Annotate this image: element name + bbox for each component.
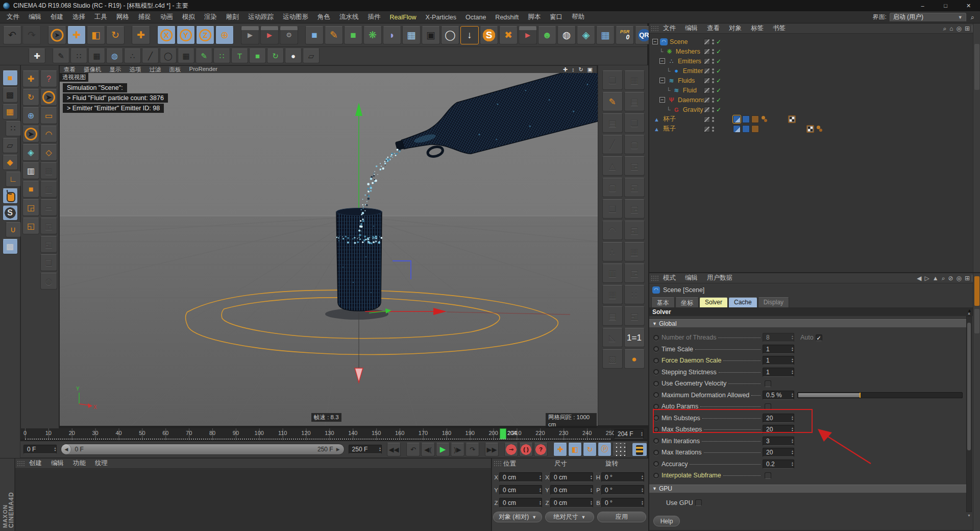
- cone-tool[interactable]: △: [602, 156, 623, 176]
- param-value-field[interactable]: 0.2▴▾: [763, 460, 794, 469]
- spinner-arrows[interactable]: ▴▾: [53, 447, 56, 452]
- spinner-arrows[interactable]: ▴▾: [790, 427, 793, 432]
- light-button[interactable]: ◯: [441, 26, 459, 44]
- group-header[interactable]: ▼GPU: [649, 485, 967, 493]
- menu-item-13[interactable]: 角色: [313, 13, 335, 21]
- go-to-end-button[interactable]: ▶▶: [485, 443, 499, 456]
- object-manager-menu-item-2[interactable]: 查看: [702, 24, 724, 33]
- param-value-field[interactable]: 3▴▾: [763, 437, 794, 446]
- maximize-view-icon[interactable]: ▣: [586, 66, 594, 73]
- wand-tag-icon[interactable]: [742, 125, 750, 133]
- attribute-scrollbar[interactable]: ▲ ▼: [966, 316, 972, 512]
- unfold-tool[interactable]: ◲: [624, 156, 645, 176]
- redo-button[interactable]: ↷: [22, 26, 41, 44]
- viewport-render-button[interactable]: ◈: [22, 144, 39, 161]
- param-row[interactable]: Max Iterations20▴▾: [649, 447, 967, 458]
- floor-sky-button[interactable]: ▦: [402, 26, 421, 44]
- rotate-tool[interactable]: ↻: [106, 26, 125, 44]
- spinner-arrows[interactable]: ▴▾: [589, 475, 592, 480]
- rotate-view-icon[interactable]: ↻: [577, 66, 584, 73]
- spinner-arrows[interactable]: ▴▾: [640, 488, 643, 493]
- side-tab[interactable]: [974, 44, 979, 90]
- menu-item-6[interactable]: 捕捉: [134, 13, 156, 21]
- split-tool[interactable]: ▥: [602, 263, 623, 283]
- layer-icon[interactable]: [704, 107, 710, 113]
- spinner-arrows[interactable]: ▴▾: [790, 462, 793, 467]
- lock-x-axis-button[interactable]: X: [157, 26, 176, 44]
- viewport-menu-item-2[interactable]: 显示: [106, 66, 126, 74]
- tree-row[interactable]: −ΨDaemons✓: [649, 95, 980, 105]
- view-label[interactable]: 透视视图: [60, 73, 88, 82]
- sculpt-brush-button[interactable]: ✎: [53, 49, 69, 63]
- coordinate-system-button[interactable]: ⊕: [215, 26, 234, 44]
- spinner-arrows[interactable]: ▴▾: [640, 431, 643, 437]
- timeline-ruler[interactable]: 0102030405060708090100110120130140150160…: [20, 428, 647, 440]
- deformer-button[interactable]: ◗: [383, 26, 401, 44]
- spinner-arrows[interactable]: ▴▾: [790, 347, 793, 352]
- polygons-mode-button[interactable]: ◆: [3, 155, 18, 170]
- psr-zero-button[interactable]: PSR0: [616, 26, 634, 44]
- param-radio-icon[interactable]: [653, 415, 659, 421]
- material-menu-item-0[interactable]: 创建: [24, 459, 46, 468]
- live-selection-tool[interactable]: ➤: [48, 26, 66, 44]
- frame-field[interactable]: 0 F ▴▾: [23, 445, 57, 454]
- expander-icon[interactable]: −: [659, 97, 665, 103]
- param-checkbox[interactable]: [765, 472, 771, 479]
- play-button[interactable]: ▶: [436, 443, 450, 456]
- menu-item-11[interactable]: 运动跟踪: [243, 13, 278, 21]
- close-button[interactable]: ✕: [957, 0, 980, 11]
- weld-tool[interactable]: ▦: [602, 285, 623, 304]
- param-radio-icon[interactable]: [653, 473, 659, 478]
- menu-item-4[interactable]: 工具: [90, 13, 112, 21]
- timeline-grip[interactable]: [0, 428, 20, 458]
- expander-icon[interactable]: −: [659, 78, 665, 83]
- eye-tag-icon[interactable]: [751, 115, 759, 123]
- object-manager-menu-item-0[interactable]: 文件: [658, 24, 680, 33]
- tree-row[interactable]: ▲瓶子: [649, 124, 980, 134]
- render-picture-viewer-button[interactable]: ▶: [260, 26, 279, 44]
- spinner-arrows[interactable]: ▴▾: [538, 475, 541, 480]
- menu-item-19[interactable]: Redshift: [491, 14, 523, 21]
- vertex-dots-button[interactable]: ∴: [124, 49, 141, 63]
- cube-tool[interactable]: ❏: [602, 199, 623, 219]
- disabled-tool-7[interactable]: ◍: [40, 273, 57, 289]
- menu-item-20[interactable]: 脚本: [523, 13, 545, 21]
- tri-tag-icon[interactable]: [770, 115, 777, 123]
- menu-item-1[interactable]: 编辑: [24, 13, 46, 21]
- menu-item-17[interactable]: X-Particles: [421, 14, 461, 21]
- size-value-field[interactable]: 0 cm▴▾: [550, 498, 593, 508]
- lock-icon[interactable]: ⊘: [946, 275, 954, 282]
- param-value-field[interactable]: 1▴▾: [763, 368, 794, 377]
- arrow-to-grid-button[interactable]: ◲: [22, 199, 39, 216]
- layer-icon[interactable]: [704, 49, 710, 55]
- dashed-circle-button[interactable]: ◯: [160, 49, 177, 63]
- pan-view-icon[interactable]: ✚: [562, 66, 569, 73]
- points-mode-button[interactable]: ∷: [6, 121, 21, 136]
- sketch-toon-button[interactable]: S: [480, 26, 498, 44]
- param-radio-icon[interactable]: [653, 335, 659, 341]
- move-palette-button[interactable]: ✚: [22, 70, 39, 87]
- param-value-field[interactable]: 20▴▾: [763, 448, 794, 457]
- disabled-tool-5[interactable]: ◱: [40, 236, 57, 253]
- previous-frame-button[interactable]: ◀(: [421, 443, 435, 456]
- range-end-field[interactable]: 250 F ▴▾: [349, 445, 382, 454]
- material-menu-item-2[interactable]: 功能: [68, 459, 90, 468]
- spline-pen-button[interactable]: ✎: [325, 26, 343, 44]
- record-key-button[interactable]: ⊸: [504, 443, 518, 456]
- axis-mode-button[interactable]: ∟: [6, 172, 21, 187]
- visibility-dots[interactable]: [712, 49, 714, 54]
- menu-item-5[interactable]: 网格: [112, 13, 134, 21]
- cylinder-tool[interactable]: ▢: [602, 178, 623, 197]
- param-radio-icon[interactable]: [653, 427, 659, 432]
- object-manager-menu-item-1[interactable]: 编辑: [680, 24, 702, 33]
- x-particles-button[interactable]: ✖: [499, 26, 518, 44]
- layer-icon[interactable]: [704, 78, 710, 84]
- copy-tag-icon[interactable]: [733, 115, 741, 123]
- object-manager-menu-item-3[interactable]: 对象: [724, 24, 746, 33]
- go-to-start-button[interactable]: ◀◀: [387, 443, 401, 456]
- next-key-button[interactable]: ↷: [465, 443, 479, 456]
- visibility-dots[interactable]: [712, 68, 714, 74]
- polygon-selection-button[interactable]: ◇: [40, 144, 57, 161]
- layer-icon[interactable]: [704, 68, 710, 74]
- disabled-tool-4[interactable]: ◲: [40, 218, 57, 234]
